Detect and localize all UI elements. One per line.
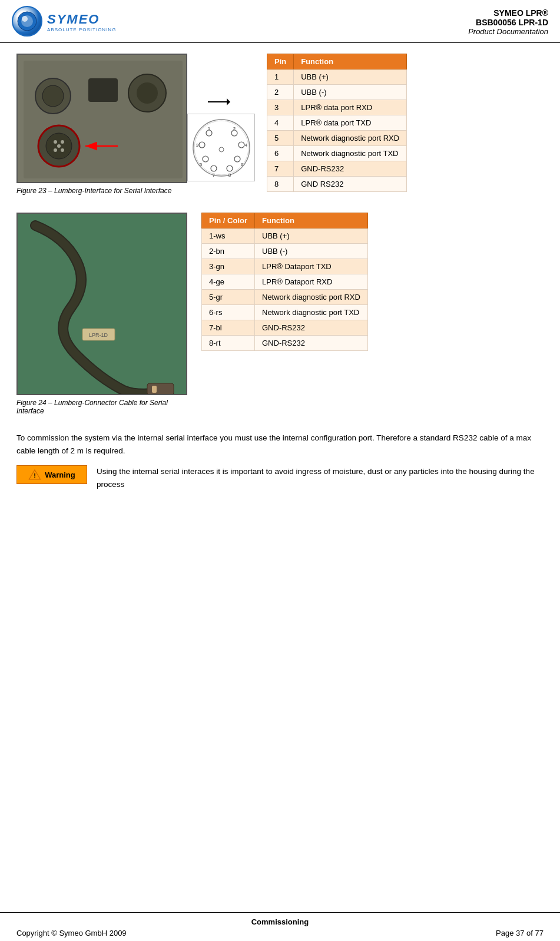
table2-pin-cell: 3-gn (202, 259, 255, 274)
table1-pin-cell: 4 (267, 115, 294, 131)
page-header: SYMEO ABSOLUTE POSITIONING SYMEO LPR® BS… (0, 0, 560, 43)
table2-col2-header: Function (255, 213, 368, 228)
header-title2: BSB00056 LPR-1D (468, 18, 548, 27)
warning-badge: ! Warning (16, 465, 87, 484)
svg-text:!: ! (34, 472, 36, 479)
svg-rect-7 (88, 78, 118, 102)
logo-sub-text: ABSOLUTE POSITIONING (47, 27, 116, 32)
table1-pin-cell: 6 (267, 146, 294, 161)
header-title1: SYMEO LPR® (468, 8, 548, 18)
logo-area: SYMEO ABSOLUTE POSITIONING (12, 6, 116, 38)
body-text: To commission the system via the interna… (16, 432, 544, 457)
table-row: 3-gnLPR® Dataport TXD (202, 259, 368, 274)
svg-text:2: 2 (233, 126, 236, 131)
table-row: 4LPR® data port TXD (267, 115, 407, 131)
svg-text:6: 6 (241, 162, 244, 167)
table1-function-cell: LPR® data port TXD (294, 115, 407, 131)
svg-point-15 (61, 148, 64, 152)
table1-pin-cell: 1 (267, 69, 294, 85)
svg-text:4: 4 (245, 143, 248, 148)
footer-bottom: Copyright © Symeo GmbH 2009 Page 37 of 7… (16, 929, 544, 937)
figure23-image (16, 54, 187, 183)
table2-function-cell: UBB (+) (255, 228, 368, 244)
table-row: 6Network diagnostic port TXD (267, 146, 407, 161)
section1-row: 1 2 3 4 5 (16, 54, 544, 195)
table-row: 7GND-RS232 (267, 161, 407, 177)
pin-table-2: Pin / Color Function 1-wsUBB (+)2-bnUBB … (201, 213, 368, 351)
footer-section: Commissioning (16, 917, 544, 926)
warning-icon: ! (28, 468, 41, 481)
connector-diagram-area: 1 2 3 4 5 (187, 54, 255, 181)
logo-icon (12, 6, 42, 37)
table1-function-cell: GND-RS232 (294, 161, 407, 177)
svg-marker-20 (227, 98, 230, 105)
section2-table-area: Pin / Color Function 1-wsUBB (+)2-bnUBB … (201, 213, 544, 415)
section1-images: 1 2 3 4 5 (16, 54, 255, 195)
warning-box: ! Warning Using the internal serial inte… (16, 465, 544, 491)
footer-copyright: Copyright © Symeo GmbH 2009 (16, 929, 127, 937)
table1-function-cell: UBB (+) (294, 69, 407, 85)
table2-function-cell: UBB (-) (255, 244, 368, 259)
table-row: 7-blGND-RS232 (202, 320, 368, 336)
svg-point-13 (61, 140, 64, 144)
table-row: 5-grNetwork diagnostic port RXD (202, 290, 368, 305)
table1-pin-cell: 7 (267, 161, 294, 177)
table-row: 6-rsNetwork diagnostic port TXD (202, 305, 368, 320)
table1-function-cell: Network diagnostic port RXD (294, 131, 407, 146)
table2-pin-cell: 7-bl (202, 320, 255, 336)
table-row: 5Network diagnostic port RXD (267, 131, 407, 146)
table1-pin-cell: 3 (267, 100, 294, 115)
svg-text:1: 1 (208, 126, 211, 131)
table-row: 8-rtGND-RS232 (202, 336, 368, 351)
figure24-image: LPR-1D (16, 213, 187, 395)
table1-function-cell: LPR® data port RXD (294, 100, 407, 115)
svg-point-2 (22, 16, 28, 22)
table-row: 3LPR® data port RXD (267, 100, 407, 115)
footer-page: Page 37 of 77 (496, 929, 544, 937)
svg-text:LPR-1D: LPR-1D (89, 332, 108, 338)
table2-pin-cell: 8-rt (202, 336, 255, 351)
table2-pin-cell: 6-rs (202, 305, 255, 320)
section2-images: LPR-1D Figure 24 – Lumberg-Connector Cab… (16, 213, 187, 415)
figure23-caption: Figure 23 – Lumberg-Interface for Serial… (16, 187, 171, 195)
svg-point-6 (42, 85, 64, 107)
svg-point-12 (54, 140, 57, 144)
table2-pin-cell: 5-gr (202, 290, 255, 305)
table1-pin-cell: 8 (267, 177, 294, 192)
table2-function-cell: Network diagnostic port RXD (255, 290, 368, 305)
logo-symeo-text: SYMEO (47, 12, 116, 27)
svg-point-16 (57, 144, 61, 148)
table2-function-cell: LPR® Dataport TXD (255, 259, 368, 274)
main-content: 1 2 3 4 5 (0, 43, 560, 538)
svg-text:5: 5 (200, 162, 203, 167)
pin-table-1: Pin Function 1UBB (+)2UBB (-)3LPR® data … (267, 54, 407, 192)
table2-function-cell: GND-RS232 (255, 336, 368, 351)
table1-function-cell: UBB (-) (294, 85, 407, 100)
table-row: 2UBB (-) (267, 85, 407, 100)
section1-table-area: Pin Function 1UBB (+)2UBB (-)3LPR® data … (255, 54, 544, 192)
table2-pin-cell: 4-ge (202, 274, 255, 290)
table2-function-cell: GND-RS232 (255, 320, 368, 336)
table-row: 2-bnUBB (-) (202, 244, 368, 259)
svg-text:3: 3 (196, 143, 199, 148)
svg-point-9 (137, 82, 158, 104)
table2-pin-cell: 2-bn (202, 244, 255, 259)
svg-rect-41 (147, 383, 174, 395)
svg-text:7: 7 (213, 173, 216, 178)
table1-col1-header: Pin (267, 54, 294, 69)
connector-diagram: 1 2 3 4 5 (187, 114, 255, 181)
svg-text:8: 8 (228, 173, 231, 178)
table2-function-cell: LPR® Dataport RXD (255, 274, 368, 290)
table1-col2-header: Function (294, 54, 407, 69)
table1-pin-cell: 5 (267, 131, 294, 146)
table-row: 1-wsUBB (+) (202, 228, 368, 244)
warning-label: Warning (45, 471, 75, 479)
table1-function-cell: GND RS232 (294, 177, 407, 192)
section2-row: LPR-1D Figure 24 – Lumberg-Connector Cab… (16, 213, 544, 415)
table2-function-cell: Network diagnostic port TXD (255, 305, 368, 320)
figure24-caption: Figure 24 – Lumberg-Connector Cable for … (16, 399, 187, 415)
table-row: 1UBB (+) (267, 69, 407, 85)
svg-rect-42 (152, 386, 157, 393)
table1-function-cell: Network diagnostic port TXD (294, 146, 407, 161)
header-title-area: SYMEO LPR® BSB00056 LPR-1D Product Docum… (468, 6, 548, 36)
